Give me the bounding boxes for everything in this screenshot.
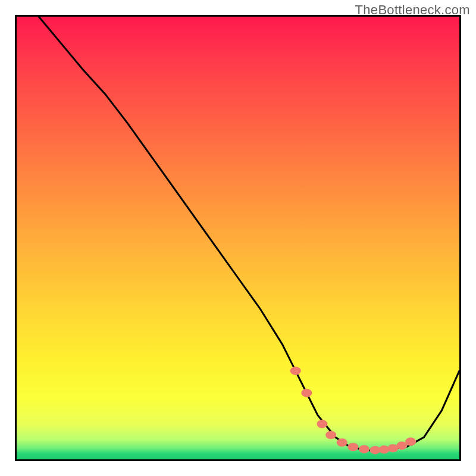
highlight-dot bbox=[301, 389, 312, 397]
highlight-dot bbox=[405, 437, 416, 446]
highlight-dot bbox=[325, 431, 336, 439]
highlight-dot bbox=[317, 420, 327, 428]
highlight-dot bbox=[359, 445, 369, 453]
highlight-dots-group bbox=[290, 367, 416, 454]
bottleneck-curve bbox=[39, 17, 459, 450]
chart-stage: TheBottleneck.com bbox=[0, 0, 476, 476]
highlight-dot bbox=[337, 439, 347, 447]
highlight-dot bbox=[347, 443, 358, 451]
plot-area bbox=[15, 15, 461, 461]
highlight-dot bbox=[290, 367, 301, 375]
chart-svg bbox=[17, 17, 459, 459]
watermark-text: TheBottleneck.com bbox=[355, 2, 470, 18]
highlight-dot bbox=[379, 446, 390, 454]
